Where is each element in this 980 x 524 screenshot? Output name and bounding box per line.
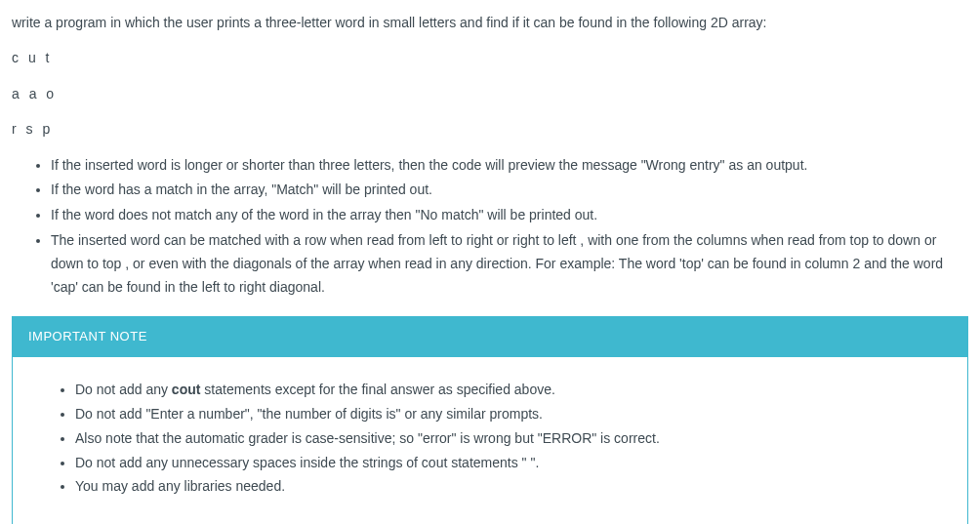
array-row-2: a a o (12, 83, 968, 104)
rule-item: The inserted word can be matched with a … (51, 229, 968, 299)
rule-item: If the inserted word is longer or shorte… (51, 154, 968, 178)
array-row-3: r s p (12, 118, 968, 140)
note-item: Do not add "Enter a number", "the number… (75, 403, 952, 426)
array-row-1: c u t (12, 47, 968, 68)
note-item: Also note that the automatic grader is c… (75, 427, 952, 451)
rules-list: If the inserted word is longer or shorte… (12, 154, 968, 300)
note-text-pre: Do not add any (75, 382, 172, 397)
note-item: Do not add any cout statements except fo… (75, 379, 952, 402)
note-text-post: statements except for the final answer a… (200, 382, 554, 397)
note-bold-cout: cout (172, 382, 201, 397)
intro-text: write a program in which the user prints… (12, 12, 968, 33)
rule-item: If the word does not match any of the wo… (51, 204, 968, 227)
rule-item: If the word has a match in the array, "M… (51, 179, 968, 202)
note-list: Do not add any cout statements except fo… (28, 379, 952, 499)
important-note-box: IMPORTANT NOTE Do not add any cout state… (12, 316, 968, 524)
note-item: You may add any libraries needed. (75, 475, 952, 499)
note-item: Do not add any unnecessary spaces inside… (75, 452, 952, 475)
note-body: Do not add any cout statements except fo… (13, 357, 967, 524)
note-header: IMPORTANT NOTE (13, 317, 967, 357)
